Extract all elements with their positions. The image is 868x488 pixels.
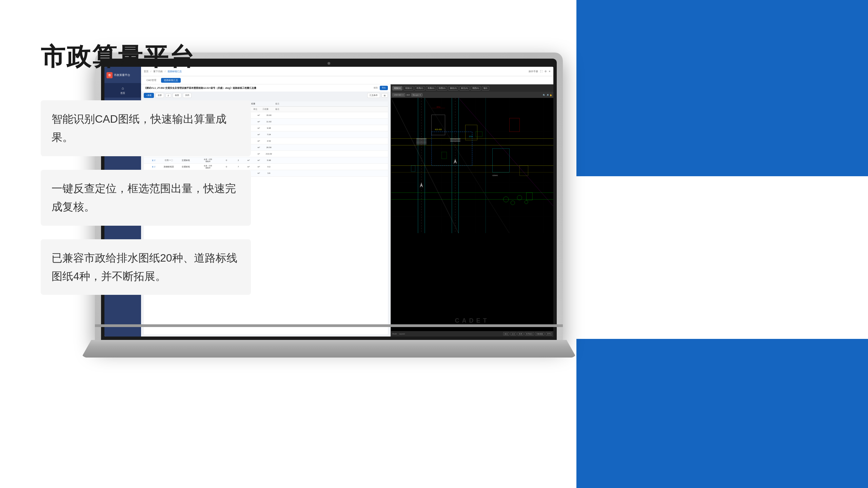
camera-dot <box>328 62 330 65</box>
cad-model-ctrl: G500-M20 ▼ <box>392 93 405 97</box>
cad-right-controls: 🔍 🔎 ✋ <box>543 94 552 96</box>
td-unit2-9: m² <box>254 165 264 168</box>
snap-btn[interactable]: 对象捕捉 <box>535 332 545 336</box>
cad-tab-view[interactable]: 缩放(V) <box>403 86 414 90</box>
blue-bg-top <box>576 0 868 176</box>
cadet-label: CADET <box>455 317 490 324</box>
cad-tab-dim[interactable]: 标注(A) <box>459 86 470 90</box>
td-note-6 <box>274 147 291 148</box>
td-note-1 <box>274 115 291 116</box>
th2-note: 备注 <box>271 107 284 111</box>
td-unit2-4: m² <box>254 133 264 136</box>
condition-btn-wrap: 汇总条件 <box>367 93 380 98</box>
feature-text-2: 一键反查定位，框选范围出量，快速完成复核。 <box>52 179 240 216</box>
th2-unit2: 单位 <box>250 107 260 111</box>
td-unit2-7: m² <box>254 152 264 155</box>
td-qty2-6: 26.56 <box>264 146 274 149</box>
cad-layer-label: 图层 <box>407 94 410 96</box>
td-unit2-2: m² <box>254 120 264 123</box>
cad-panel: 缩放(V) 缩放(V) 布局(V) 块插(A) 绘图(A) 修改(A) 标注(A… <box>391 84 553 337</box>
layer-text: 图层 <box>407 94 410 96</box>
td-qty2-10: 3.6 <box>264 172 274 175</box>
export-button[interactable]: 导出 <box>380 86 388 90</box>
model-dropdown[interactable]: G500-M20 ▼ <box>392 93 405 97</box>
dyn-btn[interactable]: DYN <box>546 332 552 336</box>
cad-tab-view2[interactable]: 视图(A) <box>471 86 481 90</box>
cad-tab-output[interactable]: 输出 <box>482 86 489 90</box>
svg-text:道路标线: 道路标线 <box>492 175 498 176</box>
collapse-btn[interactable]: ⊞ <box>381 93 388 98</box>
zoom-in-btn[interactable]: 🔍 <box>543 94 545 96</box>
cad-tab-zoom[interactable]: 缩放(V) <box>392 86 402 90</box>
blue-bg-bottom <box>576 339 868 488</box>
top-bar-right: 操作手册 ⛶ ⚙ ✕ <box>529 70 551 73</box>
cad-toolbar: 缩放(V) 缩放(V) 布局(V) 块插(A) 绘图(A) 修改(A) 标注(A… <box>391 84 553 92</box>
td-note-7 <box>274 154 291 154</box>
layout-btn[interactable]: 布局 <box>517 332 524 336</box>
td-qty2-2: 11.92 <box>264 120 274 123</box>
align-dim-btn[interactable]: 对齐标注 <box>525 332 534 336</box>
text-btn[interactable]: 正文 <box>510 332 516 336</box>
cad-bylayer-ctrl: ByLayer ▼ <box>411 93 422 97</box>
condition-btn[interactable]: 汇总条件 <box>367 93 380 98</box>
td-unit2-1: m² <box>254 114 264 117</box>
td-note-4 <box>274 134 291 135</box>
td-unit2-5: m² <box>254 140 264 142</box>
cad-status-btns: 标注 正文 布局 对齐标注 对象捕捉 DYN <box>503 332 552 336</box>
cad-tab-draw[interactable]: 绘图(A) <box>437 86 447 90</box>
svg-text:交叉口: 交叉口 <box>469 136 473 137</box>
td-unit2-3: m² <box>254 127 264 129</box>
page-title: 市政算量平台 <box>41 41 251 73</box>
svg-text:12.5m: 12.5m <box>437 106 441 108</box>
cad-model-tab[interactable]: Model <box>392 333 397 335</box>
td-unit2-6: m² <box>254 146 264 149</box>
cad-viewport[interactable]: 12.5m <box>391 98 553 331</box>
feature-text-3: 已兼容市政给排水图纸20种、道路标线图纸4种，并不断拓展。 <box>52 249 240 286</box>
sub-title-label: 标段 <box>374 86 378 89</box>
td-note-5 <box>274 141 291 141</box>
feature-item-1: 智能识别CAD图纸，快速输出算量成果。 <box>41 100 251 156</box>
cad-tab-modify[interactable]: 修改(A) <box>448 86 458 90</box>
td-note-10 <box>274 173 291 174</box>
th-note: 备注 <box>271 102 284 106</box>
fullscreen-btn[interactable]: ⛶ <box>540 70 542 73</box>
td-qty2-1: 15.00 <box>264 114 274 117</box>
td-qty2-8: 5.98 <box>264 159 274 162</box>
td-qty2-3: 9.98 <box>264 127 274 129</box>
laptop-base <box>81 340 576 358</box>
close-btn[interactable]: ✕ <box>549 70 551 73</box>
feature-text-1: 智能识别CAD图纸，快速输出算量成果。 <box>52 110 240 147</box>
td-unit2-8: m² <box>254 159 264 162</box>
td-qty2-4: 7.04 <box>264 133 274 136</box>
zoom-out-btn[interactable]: 🔎 <box>546 94 549 96</box>
td-qty2-7: 213.02 <box>264 152 274 155</box>
pan-btn[interactable]: ✋ <box>550 94 552 96</box>
laptop-hinge <box>95 324 563 327</box>
cad-tab-block[interactable]: 块插(A) <box>426 86 436 90</box>
cad-status-bar: Model Layout1 标注 正文 布局 对齐标注 对象捕捉 DYN <box>391 331 553 337</box>
cad-tab-layout[interactable]: 布局(V) <box>415 86 425 90</box>
cad-svg: 12.5m <box>391 98 553 233</box>
bylayer-dropdown[interactable]: ByLayer ▼ <box>411 93 422 97</box>
td-qty2-9: 0.3 <box>264 165 274 168</box>
left-content-area: 市政算量平台 智能识别CAD图纸，快速输出算量成果。 一键反查定位，框选范围出量… <box>41 41 251 308</box>
cad-controls-bar: G500-M20 ▼ 图层 ByLayer ▼ 🔍 <box>391 92 553 98</box>
feature-item-2: 一键反查定位，框选范围出量，快速完成复核。 <box>41 170 251 226</box>
dim-btn[interactable]: 标注 <box>503 332 509 336</box>
td-note-2 <box>274 121 291 122</box>
svg-text:K12+315: K12+315 <box>435 128 442 130</box>
td-note-9 <box>274 166 291 167</box>
cad-layout-tab[interactable]: Layout1 <box>399 333 405 335</box>
td-note-3 <box>274 128 291 128</box>
settings-btn[interactable]: ⚙ <box>545 70 547 73</box>
td-note-8 <box>274 160 291 161</box>
td-unit2-10: m² <box>254 172 264 175</box>
th2-qty2: 工程量 <box>260 107 271 111</box>
feature-item-3: 已兼容市政给排水图纸20种、道路标线图纸4种，并不断拓展。 <box>41 239 251 295</box>
manual-btn[interactable]: 操作手册 <box>529 70 538 73</box>
td-qty2-5: 2.52 <box>264 140 274 142</box>
